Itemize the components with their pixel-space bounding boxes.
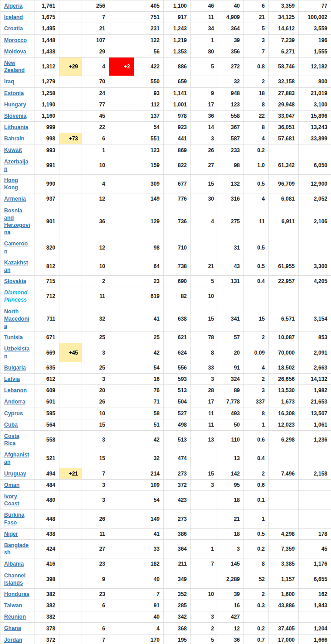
country-cell: Taiwan <box>0 600 34 611</box>
country-link[interactable]: Oman <box>4 482 19 488</box>
deaths-per-1m-cell: 2 <box>244 332 269 343</box>
country-link[interactable]: Costa Rica <box>4 433 19 447</box>
table-row: Bosnia and Herzegovina901361297364275116… <box>0 205 331 238</box>
total-deaths-cell: 11 <box>82 528 109 539</box>
country-link[interactable]: Afghanistan <box>4 452 29 465</box>
cases-per-1m-cell: 142 <box>218 468 244 479</box>
new-deaths-cell <box>109 156 134 174</box>
total-tests-cell: 6,271 <box>269 46 299 57</box>
country-link[interactable]: Réunion <box>4 614 26 620</box>
serious-critical-cell: 46 <box>191 0 218 12</box>
country-link[interactable]: Albania <box>4 561 24 567</box>
table-row: Iraq1,2797055065932232,158800 <box>0 76 331 87</box>
deaths-per-1m-cell: 2 <box>244 76 269 87</box>
country-link[interactable]: Bangladesh <box>4 542 29 556</box>
country-cell: Afghanistan <box>0 449 34 468</box>
country-link[interactable]: Uruguay <box>4 471 26 477</box>
deaths-per-1m-cell: 7 <box>244 46 269 57</box>
country-link[interactable]: Moldova <box>4 48 26 55</box>
deaths-per-1m-cell: 1 <box>244 509 269 528</box>
serious-critical-cell: 3 <box>191 479 218 490</box>
country-link[interactable]: Honduras <box>4 591 29 597</box>
total-cases-cell: 1,448 <box>34 34 59 46</box>
table-row: Lebanon60920765132889313,5301,982 <box>0 385 331 396</box>
country-link[interactable]: Lithuania <box>4 124 28 130</box>
country-link[interactable]: Lebanon <box>4 387 27 394</box>
table-row: Slovenia1,16045137978365582233,04715,896 <box>0 110 331 121</box>
table-row: Réunion382403423427 <box>0 611 331 623</box>
deaths-per-1m-cell: 0.3 <box>244 600 269 611</box>
country-cell: Cyprus <box>0 408 34 419</box>
country-link[interactable]: Slovakia <box>4 278 26 284</box>
country-link[interactable]: Bosnia and Herzegovina <box>4 207 30 236</box>
total-tests-cell: 34,125 <box>269 12 299 23</box>
country-link[interactable]: Kuwait <box>4 147 22 153</box>
country-link[interactable]: Ivory Coast <box>4 493 19 507</box>
country-link[interactable]: Tunisia <box>4 334 23 341</box>
country-link[interactable]: Morocco <box>4 37 27 43</box>
total-tests-cell: 33,047 <box>269 110 299 121</box>
country-link[interactable]: Cuba <box>4 422 18 428</box>
country-link[interactable]: Bulgaria <box>4 365 26 371</box>
country-link[interactable]: Hungary <box>4 101 26 108</box>
total-deaths-cell: 3 <box>82 373 109 384</box>
deaths-per-1m-cell: 3 <box>244 34 269 46</box>
cases-per-1m-cell: 110 <box>218 430 244 449</box>
new-cases-cell <box>59 539 82 558</box>
country-link[interactable]: North Macedonia <box>4 308 29 329</box>
total-deaths-cell: 26 <box>82 509 109 528</box>
country-link[interactable]: Latvia <box>4 376 20 382</box>
tests-per-1m-cell: 33,899 <box>299 133 331 144</box>
new-cases-cell: +29 <box>59 57 82 76</box>
new-deaths-cell <box>109 419 134 430</box>
country-link[interactable]: Armenia <box>4 196 26 202</box>
country-cell: Bangladesh <box>0 539 34 558</box>
country-link[interactable]: Algeria <box>4 3 23 9</box>
table-row: Estonia1,25824931,14199481827,88321,019 <box>0 87 331 99</box>
country-link[interactable]: Slovenia <box>4 113 26 119</box>
total-deaths-cell: 107 <box>82 34 109 46</box>
country-link[interactable]: Taiwan <box>4 602 22 609</box>
total-recovered-cell: 112 <box>134 99 164 110</box>
total-recovered-cell: 137 <box>134 110 164 121</box>
country-cell: Oman <box>0 479 34 490</box>
total-cases-cell: 480 <box>34 491 59 509</box>
country-link[interactable]: Jordan <box>4 637 22 643</box>
total-recovered-cell: 25 <box>134 332 164 343</box>
total-recovered-cell: 182 <box>134 558 164 570</box>
country-link[interactable]: Kazakhstan <box>4 260 28 273</box>
country-link[interactable]: New Zealand <box>4 60 24 73</box>
country-link[interactable]: Niger <box>4 531 18 537</box>
country-cell: Cameroon <box>0 238 34 257</box>
country-link[interactable]: Cameroon <box>4 240 28 254</box>
country-link[interactable]: Cyprus <box>4 410 23 417</box>
country-link[interactable]: Estonia <box>4 90 24 96</box>
country-link[interactable]: Uzbekistan <box>4 346 29 359</box>
country-link[interactable]: Andorra <box>4 399 25 405</box>
country-link[interactable]: Azerbaijan <box>4 159 28 172</box>
country-cell: North Macedonia <box>0 306 34 332</box>
country-link[interactable]: Iraq <box>4 78 14 85</box>
active-cases-cell: 822 <box>164 156 191 174</box>
deaths-per-1m-cell: 2 <box>244 468 269 479</box>
cases-per-1m-cell: 3 <box>218 539 244 558</box>
country-link[interactable]: Channel Islands <box>4 572 25 586</box>
country-link[interactable]: Bahrain <box>4 135 24 142</box>
new-cases-cell <box>59 23 82 34</box>
total-tests-cell: 61,955 <box>269 257 299 275</box>
country-link[interactable]: Hong Kong <box>4 177 18 191</box>
country-cell: Algeria <box>0 0 34 12</box>
country-link[interactable]: Iceland <box>4 14 23 20</box>
active-cases-cell: 624 <box>164 343 191 362</box>
active-cases-cell: 690 <box>164 276 191 287</box>
total-tests-cell: 37,405 <box>269 623 299 634</box>
total-tests-cell: 6,081 <box>269 193 299 205</box>
total-cases-cell: 1,312 <box>34 57 59 76</box>
total-tests-cell: 6,911 <box>269 205 299 238</box>
deaths-per-1m-cell: 11 <box>244 205 269 238</box>
serious-critical-cell: 26 <box>191 144 218 156</box>
total-recovered-cell: 405 <box>134 0 164 12</box>
country-link[interactable]: Croatia <box>4 25 23 32</box>
country-link[interactable]: Burkina Faso <box>4 512 24 525</box>
country-link[interactable]: Ghana <box>4 625 21 631</box>
